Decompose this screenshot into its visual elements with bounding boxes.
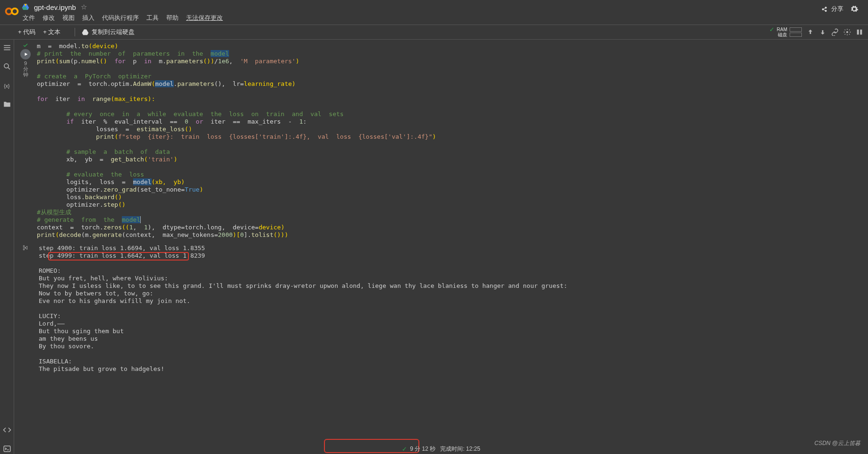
resource-indicator[interactable]: ✓RAM 磁盘 [769,27,802,37]
output-cell: step 4900: train loss 1.6694, val loss 1… [14,243,868,375]
star-icon[interactable]: ☆ [81,3,87,11]
watermark: CSDN @云上笛暮 [814,439,860,447]
copy-to-drive-button[interactable]: 复制到云端硬盘 [82,28,135,36]
svg-rect-3 [857,30,859,35]
svg-rect-7 [4,446,10,452]
vars-icon[interactable]: {x} [2,80,12,91]
toc-icon[interactable] [2,42,12,53]
gear-icon[interactable] [850,5,859,13]
terminal-icon[interactable] [2,444,12,454]
menu-view[interactable]: 视图 [62,14,75,22]
svg-point-2 [846,31,848,33]
folder-icon[interactable] [2,99,12,109]
menu-runtime[interactable]: 代码执行程序 [102,14,139,22]
colab-logo[interactable] [5,4,19,18]
move-up-icon[interactable] [807,28,814,36]
share-button[interactable]: 分享 [821,5,843,13]
search-icon[interactable] [2,61,12,72]
menu-file[interactable]: 文件 [23,14,35,22]
header: gpt-dev.ipynb ☆ 文件 修改 视图 插入 代码执行程序 工具 帮助… [0,0,868,25]
output-arrow-icon[interactable] [22,244,29,251]
run-button[interactable] [20,49,31,59]
cell-gear-icon[interactable] [843,28,851,36]
mirror-icon[interactable] [856,28,863,36]
svg-point-1 [12,8,18,15]
code-snippets-icon[interactable] [2,425,12,435]
status-bar: ✓9 分 12 秒 完成时间: 12:25 [14,444,868,454]
svg-text:{x}: {x} [4,83,10,89]
menu-tools[interactable]: 工具 [146,14,159,22]
output-text: step 4900: train loss 1.6694, val loss 1… [35,243,868,375]
svg-point-5 [4,64,9,68]
move-down-icon[interactable] [819,28,826,36]
left-sidebar: {x} [0,40,14,454]
save-status[interactable]: 无法保存更改 [186,14,223,22]
add-text-button[interactable]: + 文本 [43,28,60,36]
file-name[interactable]: gpt-dev.ipynb [34,3,76,11]
code-cell[interactable]: 9分钟 m = model.to(device) # print the num… [14,40,868,243]
code-editor[interactable]: m = model.to(device) # print the number … [35,40,868,243]
check-icon [23,42,28,48]
link-icon[interactable] [831,28,839,36]
main-area: 9分钟 m = model.to(device) # print the num… [14,40,868,454]
drive-icon [22,3,29,11]
add-code-button[interactable]: + 代码 [18,28,35,36]
menu-edit[interactable]: 修改 [43,14,55,22]
toolbar: + 代码 + 文本 复制到云端硬盘 ✓RAM 磁盘 [0,25,868,40]
menu-bar: 文件 修改 视图 插入 代码执行程序 工具 帮助 无法保存更改 [22,12,821,24]
menu-insert[interactable]: 插入 [82,14,94,22]
menu-help[interactable]: 帮助 [166,14,179,22]
svg-rect-4 [860,30,862,35]
